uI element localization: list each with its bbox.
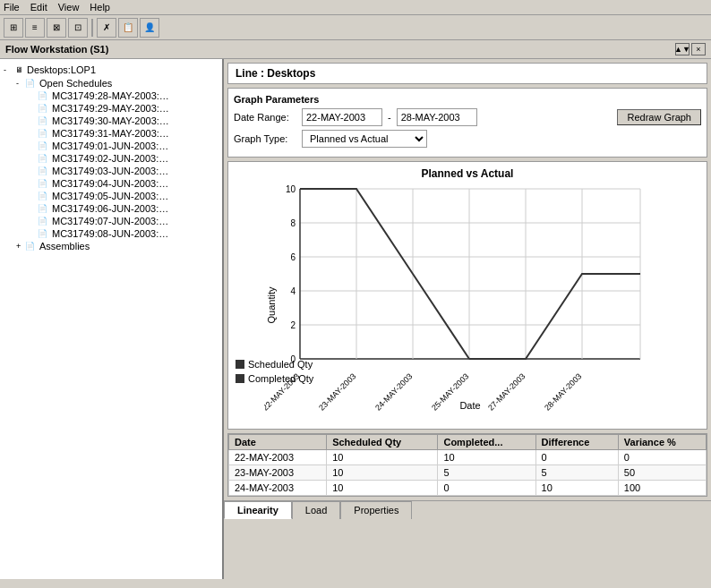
- chart-area: Planned vs Actual Quantity: [227, 161, 707, 430]
- scheduled-legend-label: Scheduled Qty: [248, 359, 313, 370]
- toolbar-btn-1[interactable]: ⊞: [4, 18, 23, 38]
- chart-title: Planned vs Actual: [228, 162, 707, 180]
- menu-file[interactable]: File: [4, 2, 20, 13]
- svg-text:2: 2: [290, 320, 296, 330]
- graph-params-panel: Graph Parameters Date Range: - Redraw Gr…: [227, 88, 707, 158]
- x-axis-label: Date: [459, 400, 480, 411]
- completed-legend-icon: [236, 374, 244, 383]
- toolbar-separator-1: [91, 19, 93, 37]
- menubar: File Edit View Help: [0, 0, 711, 15]
- svg-text:4: 4: [290, 286, 296, 296]
- tree-item[interactable]: 📄MC31749:05-JUN-2003:…: [4, 190, 218, 202]
- toolbar-btn-3[interactable]: ⊠: [47, 18, 66, 38]
- table-row: 24-MAY-200310010100: [229, 481, 707, 496]
- table-cell: 0: [535, 450, 618, 465]
- date-dash: -: [388, 112, 391, 123]
- titlebar-buttons: ▲▼ ×: [675, 43, 706, 55]
- svg-text:23-MAY-2003: 23-MAY-2003: [317, 371, 357, 412]
- table-cell: 10: [327, 450, 438, 465]
- date-to-input[interactable]: [397, 108, 477, 126]
- date-range-label: Date Range:: [234, 112, 296, 123]
- date-range-row: Date Range: - Redraw Graph: [234, 108, 701, 126]
- col-date: Date: [229, 435, 327, 450]
- window-title: Flow Workstation (S1): [5, 44, 108, 55]
- table-cell: 5: [438, 465, 535, 481]
- table-row: 22-MAY-2003101000: [229, 450, 707, 465]
- tree-item[interactable]: 📄MC31749:07-JUN-2003:…: [4, 215, 218, 227]
- toolbar-btn-7[interactable]: 👤: [140, 18, 159, 38]
- data-table: Date Scheduled Qty Completed... Differen…: [228, 434, 707, 496]
- data-table-area: Date Scheduled Qty Completed... Differen…: [227, 433, 707, 497]
- tab-load[interactable]: Load: [292, 501, 340, 519]
- menu-view[interactable]: View: [58, 2, 80, 13]
- tree-item[interactable]: 📄MC31749:08-JUN-2003:…: [4, 227, 218, 240]
- svg-text:8: 8: [290, 218, 296, 228]
- y-axis-label: Quantity: [266, 286, 277, 323]
- graph-params-title: Graph Parameters: [234, 94, 701, 105]
- table-cell: 10: [327, 481, 438, 496]
- tree-item[interactable]: 📄MC31749:31-MAY-2003:…: [4, 127, 218, 140]
- redraw-graph-button[interactable]: Redraw Graph: [617, 109, 701, 125]
- toolbar-btn-6[interactable]: 📋: [118, 18, 138, 38]
- line-label: Line: [236, 67, 258, 80]
- close-button[interactable]: ×: [691, 43, 706, 55]
- svg-text:28-MAY-2003: 28-MAY-2003: [543, 371, 583, 412]
- right-panel: Line : Desktops Graph Parameters Date Ra…: [224, 59, 711, 579]
- table-cell: 22-MAY-2003: [229, 450, 327, 465]
- table-cell: 50: [618, 465, 706, 481]
- svg-text:24-MAY-2003: 24-MAY-2003: [373, 371, 414, 412]
- svg-text:10: 10: [286, 184, 296, 194]
- toolbar-btn-5[interactable]: ✗: [97, 18, 116, 38]
- table-cell: 0: [618, 450, 706, 465]
- tab-properties[interactable]: Properties: [340, 501, 412, 519]
- tree-item[interactable]: 📄MC31749:01-JUN-2003:…: [4, 140, 218, 152]
- toolbar: ⊞ ≡ ⊠ ⊡ ✗ 📋 👤: [0, 15, 711, 40]
- tree-root-label: Desktops:LOP1: [27, 64, 96, 75]
- tree-item[interactable]: 📄MC31749:04-JUN-2003:…: [4, 177, 218, 190]
- table-cell: 100: [618, 481, 706, 496]
- menu-help[interactable]: Help: [90, 2, 110, 13]
- table-cell: 24-MAY-2003: [229, 481, 327, 496]
- tree-root[interactable]: - 🖥 Desktops:LOP1: [4, 63, 218, 77]
- bottom-tabs: Linearity Load Properties: [224, 500, 711, 519]
- tree-item[interactable]: +📄Assemblies: [4, 240, 218, 252]
- table-cell: 10: [535, 481, 618, 496]
- tab-linearity[interactable]: Linearity: [224, 501, 292, 519]
- tree-panel: - 🖥 Desktops:LOP1 -📄Open Schedules📄MC317…: [0, 59, 224, 579]
- col-completed: Completed...: [438, 435, 535, 450]
- toolbar-btn-2[interactable]: ≡: [25, 18, 45, 38]
- tree-items: -📄Open Schedules📄MC31749:28-MAY-2003:…📄M…: [4, 77, 218, 252]
- restore-button[interactable]: ▲▼: [675, 43, 690, 55]
- tree-item[interactable]: 📄MC31749:28-MAY-2003:…: [4, 89, 218, 102]
- table-cell: 10: [438, 450, 535, 465]
- line-value: Desktops: [267, 67, 315, 80]
- date-from-input[interactable]: [302, 108, 382, 126]
- menu-edit[interactable]: Edit: [30, 2, 47, 13]
- tree-item[interactable]: 📄MC31749:30-MAY-2003:…: [4, 115, 218, 127]
- tree-item[interactable]: 📄MC31749:02-JUN-2003:…: [4, 152, 218, 165]
- window-titlebar: Flow Workstation (S1) ▲▼ ×: [0, 40, 711, 59]
- col-difference: Difference: [535, 435, 618, 450]
- tree-item[interactable]: -📄Open Schedules: [4, 77, 218, 89]
- tree-icon-root: 🖥: [13, 64, 25, 76]
- toolbar-btn-4[interactable]: ⊡: [68, 18, 88, 38]
- svg-text:6: 6: [290, 252, 296, 262]
- table-cell: 5: [535, 465, 618, 481]
- completed-legend-label: Completed Qty: [248, 373, 313, 384]
- tree-item[interactable]: 📄MC31749:06-JUN-2003:…: [4, 202, 218, 215]
- main-layout: - 🖥 Desktops:LOP1 -📄Open Schedules📄MC317…: [0, 59, 711, 579]
- tree-item[interactable]: 📄MC31749:03-JUN-2003:…: [4, 165, 218, 177]
- graph-type-label: Graph Type:: [234, 133, 296, 144]
- table-cell: 23-MAY-2003: [229, 465, 327, 481]
- table-scroll[interactable]: Date Scheduled Qty Completed... Differen…: [228, 434, 707, 496]
- col-scheduled: Scheduled Qty: [327, 435, 438, 450]
- graph-type-select[interactable]: Planned vs Actual: [302, 130, 427, 148]
- scheduled-legend-icon: [236, 360, 244, 369]
- graph-type-row: Graph Type: Planned vs Actual: [234, 130, 701, 148]
- col-variance: Variance %: [618, 435, 706, 450]
- tree-item[interactable]: 📄MC31749:29-MAY-2003:…: [4, 102, 218, 115]
- table-cell: 0: [438, 481, 535, 496]
- table-row: 23-MAY-2003105550: [229, 465, 707, 481]
- line-header: Line : Desktops: [227, 63, 707, 84]
- chart-svg: Quantity: [264, 180, 694, 413]
